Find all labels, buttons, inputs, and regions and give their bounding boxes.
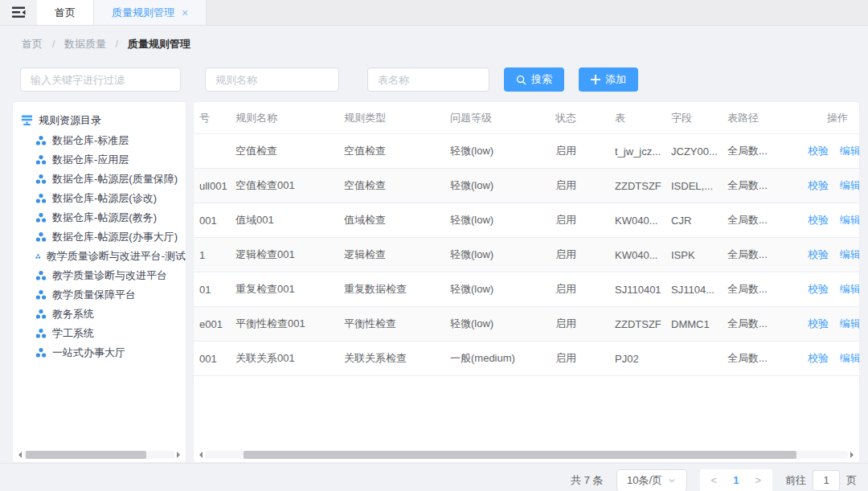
cell-field: ISDEL,... — [671, 180, 727, 192]
tree-item-teaching-quality-test[interactable]: 教学质量诊断与改进平台-测试 — [35, 247, 186, 266]
column-header-rule-type: 规则类型 — [344, 111, 450, 125]
tree-item-dw-source-diagnosis[interactable]: 数据仓库-帖源层(诊改) — [35, 189, 186, 208]
cell-table-path: 全局数... — [727, 282, 800, 297]
rule-name-input[interactable] — [205, 68, 339, 92]
next-page-button[interactable]: > — [747, 474, 769, 486]
tree-item-teaching-quality[interactable]: 教学质量诊断与改进平台 — [35, 266, 186, 285]
cell-table-path: 全局数... — [727, 213, 800, 227]
search-button[interactable]: 搜索 — [504, 68, 564, 92]
breadcrumb-separator: / — [52, 38, 55, 50]
cluster-icon — [35, 309, 47, 320]
table-name-input[interactable] — [367, 68, 489, 92]
tree-item-dw-application[interactable]: 数据仓库-应用层 — [35, 150, 186, 170]
cell-rule-type: 值域检查 — [344, 213, 450, 227]
verify-link[interactable]: 校验 — [808, 214, 829, 226]
tree-root-node[interactable]: 规则资源目录 — [21, 109, 186, 131]
cell-actions: 校验 编辑 — [800, 317, 860, 331]
scroll-left-arrow[interactable] — [15, 452, 22, 458]
column-header-table: 表 — [615, 111, 671, 125]
rule-resource-tree: 规则资源目录 数据仓库-标准层 数据仓库-应用层 数据仓库-帖源层(质量保障) … — [13, 102, 186, 362]
scrollbar-track[interactable] — [205, 451, 848, 459]
tree-item-student-system[interactable]: 学工系统 — [35, 324, 186, 343]
breadcrumb-separator: / — [116, 38, 119, 50]
edit-link[interactable]: 编辑 — [840, 145, 860, 157]
scrollbar-track[interactable] — [24, 451, 174, 459]
tab-quality-rule-management[interactable]: 质量规则管理 × — [94, 0, 207, 25]
tree-item-dw-source-academic[interactable]: 数据仓库-帖源层(教务) — [35, 208, 186, 227]
breadcrumb-data-quality[interactable]: 数据质量 — [64, 38, 106, 50]
cell-issue-level: 一般(medium) — [450, 351, 555, 366]
tree-root-label: 规则资源目录 — [39, 113, 101, 128]
current-page[interactable]: 1 — [725, 474, 747, 486]
tree-item-dw-source-hall[interactable]: 数据仓库-帖源层(办事大厅) — [35, 227, 186, 247]
edit-link[interactable]: 编辑 — [840, 248, 860, 260]
cluster-icon — [35, 231, 47, 243]
cell-table-path: 全局数... — [727, 351, 800, 366]
rule-resource-tree-panel: 规则资源目录 数据仓库-标准层 数据仓库-应用层 数据仓库-帖源层(质量保障) … — [12, 101, 186, 463]
column-header-issue-level: 问题等级 — [450, 111, 555, 125]
column-header-status: 状态 — [555, 111, 615, 125]
tree-item-academic-system[interactable]: 教务系统 — [35, 305, 186, 324]
cell-status: 启用 — [555, 178, 615, 193]
edit-link[interactable]: 编辑 — [840, 179, 860, 191]
scrollbar-thumb[interactable] — [26, 451, 146, 459]
prev-page-button[interactable]: < — [703, 474, 726, 486]
add-button[interactable]: 添加 — [579, 68, 638, 92]
column-header-actions: 操作 — [800, 111, 859, 125]
tree-item-dw-source-quality[interactable]: 数据仓库-帖源层(质量保障) — [35, 170, 186, 189]
scroll-left-arrow[interactable] — [196, 452, 203, 458]
tree-item-quality-assurance-platform[interactable]: 教学质量保障平台 — [35, 285, 186, 305]
cell-status: 启用 — [555, 144, 615, 158]
tab-bar: 首页 质量规则管理 × — [0, 0, 868, 26]
cell-status: 启用 — [555, 213, 615, 227]
cell-issue-level: 轻微(low) — [450, 213, 555, 227]
tree-item-one-stop-hall[interactable]: 一站式办事大厅 — [35, 343, 186, 362]
content-area: 规则资源目录 数据仓库-标准层 数据仓库-应用层 数据仓库-帖源层(质量保障) … — [12, 101, 860, 463]
edit-link[interactable]: 编辑 — [840, 317, 860, 329]
page-size-select[interactable]: 10条/页 — [616, 469, 687, 491]
cell-actions: 校验 编辑 — [800, 144, 860, 158]
scroll-right-arrow[interactable] — [177, 452, 183, 458]
collapse-sidebar-icon — [12, 6, 26, 18]
verify-link[interactable]: 校验 — [808, 145, 829, 157]
verify-link[interactable]: 校验 — [808, 317, 829, 329]
edit-link[interactable]: 编辑 — [840, 352, 860, 364]
tab-home[interactable]: 首页 — [37, 0, 94, 25]
scroll-right-arrow[interactable] — [850, 452, 857, 458]
chevron-down-icon — [668, 477, 676, 485]
goto-page-input[interactable] — [813, 470, 840, 491]
tree-item-label: 学工系统 — [52, 326, 94, 341]
tree-item-label: 数据仓库-帖源层(诊改) — [52, 191, 157, 206]
cell-issue-level: 轻微(low) — [450, 282, 555, 297]
directory-icon — [21, 114, 33, 126]
tree-item-label: 数据仓库-帖源层(教务) — [52, 211, 157, 225]
tree-item-dw-standard[interactable]: 数据仓库-标准层 — [35, 131, 186, 150]
rule-table-panel: 号 规则名称 规则类型 问题等级 状态 表 字段 表路径 操作 空值检查 空值检… — [193, 101, 860, 463]
goto-label: 前往 — [785, 473, 806, 488]
verify-link[interactable]: 校验 — [808, 179, 829, 191]
table-row: 001 值域001 值域检查 轻微(low) 启用 KW040... CJR 全… — [194, 203, 859, 238]
cluster-icon — [35, 251, 41, 262]
tree-filter-input[interactable] — [20, 68, 181, 92]
collapse-sidebar-button[interactable] — [0, 0, 37, 25]
add-button-label: 添加 — [605, 72, 626, 87]
tree-item-label: 教学质量诊断与改进平台 — [52, 268, 167, 283]
scrollbar-thumb[interactable] — [244, 451, 796, 459]
column-header-table-path: 表路径 — [727, 111, 800, 125]
cell-rule-name: 逻辑检查001 — [235, 248, 344, 262]
cell-rule-type: 空值检查 — [344, 144, 450, 158]
close-icon[interactable]: × — [182, 7, 188, 18]
verify-link[interactable]: 校验 — [808, 283, 829, 295]
plus-icon — [591, 75, 600, 84]
verify-link[interactable]: 校验 — [808, 248, 829, 260]
cell-actions: 校验 编辑 — [800, 213, 860, 227]
cell-actions: 校验 编辑 — [800, 351, 860, 366]
cell-rule-type: 关联关系检查 — [344, 351, 450, 366]
breadcrumb-home[interactable]: 首页 — [22, 38, 43, 50]
table-row: 01 重复检查001 重复数据检查 轻微(low) 启用 SJ110401 SJ… — [194, 272, 859, 307]
edit-link[interactable]: 编辑 — [840, 214, 860, 226]
edit-link[interactable]: 编辑 — [840, 283, 860, 295]
cell-actions: 校验 编辑 — [800, 178, 860, 193]
verify-link[interactable]: 校验 — [808, 352, 829, 364]
cell-field: DMMC1 — [671, 318, 727, 330]
